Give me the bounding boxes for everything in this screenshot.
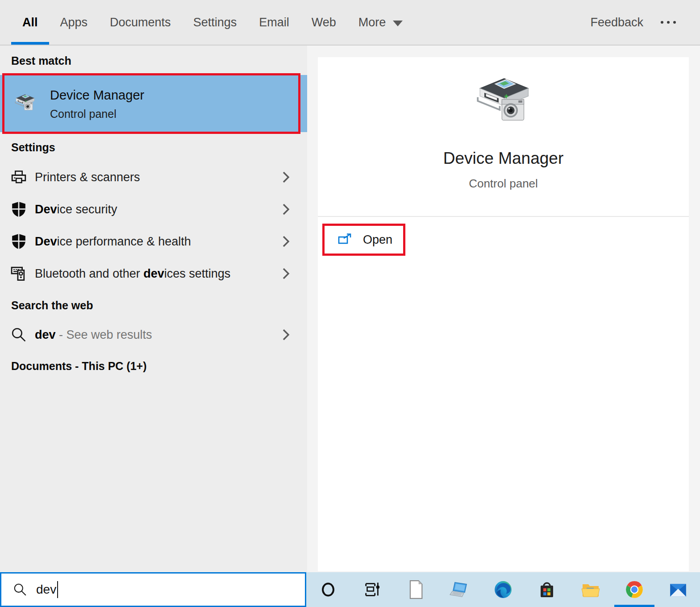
taskbar-active-indicator [614,605,654,607]
search-input[interactable]: dev [0,572,306,607]
best-match-title: Device Manager [50,87,144,103]
chevron-right-icon [281,328,290,341]
taskbar-document-button[interactable] [394,572,438,607]
task-view-icon [363,581,381,599]
settings-section-heading: Settings [11,141,55,154]
result-web-search-dev[interactable]: dev - See web results [0,319,307,351]
search-filter-tabbar: All Apps Documents Settings Email Web Mo… [0,0,700,46]
taskbar-laptop-button[interactable] [438,572,481,607]
taskbar-task-view-button[interactable] [350,572,394,607]
tab-documents[interactable]: Documents [99,0,182,45]
open-button[interactable]: Open [338,233,392,247]
tab-web[interactable]: Web [300,0,347,45]
result-label: Printers & scanners [35,170,140,184]
document-icon [408,580,424,599]
search-icon [11,327,27,343]
chrome-icon [625,580,644,599]
tab-more-label: More [358,16,386,29]
search-input-value: dev [36,582,56,597]
web-suffix: - See web results [56,328,152,341]
feedback-button[interactable]: Feedback [579,0,654,45]
preview-card: Device Manager Control panel Open [318,57,689,571]
result-bluetooth-devices-settings[interactable]: Bluetooth and other devices settings [0,258,307,290]
taskbar-mail-button[interactable] [656,572,700,607]
devices-icon [11,266,27,282]
result-label: Device performance & health [35,235,191,249]
result-label: dev - See web results [35,328,152,342]
chevron-right-icon [281,170,290,184]
printer-icon [11,169,27,185]
chevron-right-icon [281,267,290,280]
result-label: Device security [35,203,117,216]
open-external-icon [338,233,352,246]
result-device-performance-health[interactable]: Device performance & health [0,225,307,258]
tab-apps[interactable]: Apps [49,0,99,45]
chevron-down-icon [393,21,403,26]
tab-all[interactable]: All [11,0,49,45]
taskbar-chrome-button[interactable] [612,572,656,607]
tab-more[interactable]: More [347,0,414,45]
chevron-right-icon [281,203,290,216]
open-button-label: Open [363,233,392,247]
web-query: dev [35,328,56,341]
preview-divider [318,216,689,217]
tab-email[interactable]: Email [248,0,300,45]
edge-icon [494,580,512,599]
taskbar-edge-button[interactable] [481,572,525,607]
chevron-right-icon [281,235,290,248]
taskbar [306,572,700,607]
search-web-heading: Search the web [11,299,93,312]
store-icon [538,580,556,599]
mail-icon [669,581,688,598]
search-results-panel: Best match D [0,46,307,572]
tab-settings[interactable]: Settings [182,0,248,45]
best-match-subtitle: Control panel [50,108,144,121]
result-printers-scanners[interactable]: Printers & scanners [0,161,307,193]
taskbar-file-explorer-button[interactable] [569,572,612,607]
search-icon [13,582,27,597]
device-manager-icon [12,91,38,116]
preview-subtitle: Control panel [318,177,689,191]
best-match-heading: Best match [11,54,71,67]
result-label: Bluetooth and other devices settings [35,267,230,281]
device-manager-icon [468,71,539,134]
preview-pane-background: Device Manager Control panel Open [307,46,700,572]
tabbar-spacer [414,0,579,45]
shield-icon [11,201,27,217]
preview-title: Device Manager [318,149,689,168]
best-match-result-device-manager[interactable]: Device Manager Control panel [0,75,307,132]
ellipsis-icon[interactable] [654,0,682,45]
result-device-security[interactable]: Device security [0,193,307,225]
file-explorer-icon [581,581,600,599]
annotation-box-open-button: Open [322,224,405,256]
taskbar-cortana-button[interactable] [306,572,350,607]
taskbar-store-button[interactable] [525,572,569,607]
laptop-icon [450,581,469,599]
text-cursor [57,581,58,598]
documents-section-heading: Documents - This PC (1+) [11,360,147,373]
shield-icon [11,233,27,249]
cortana-icon [320,581,337,598]
